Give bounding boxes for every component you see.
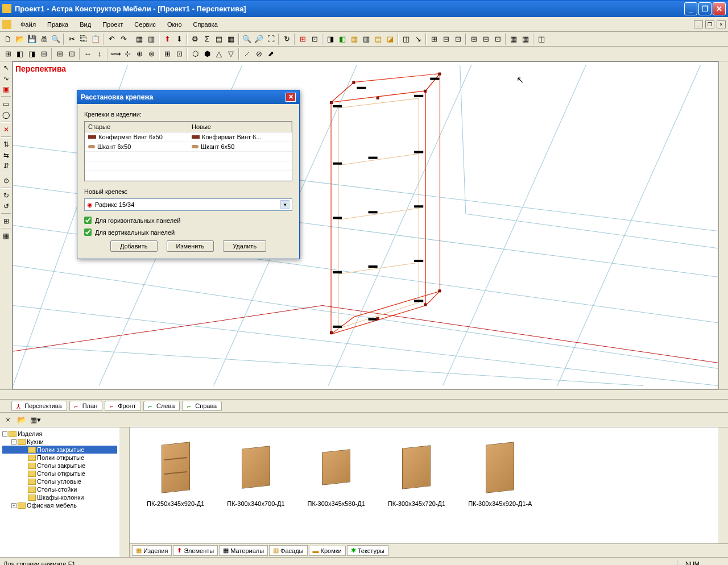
tool-icon[interactable]: ⊡	[492, 34, 503, 45]
tool-icon[interactable]: ⟿	[110, 48, 121, 60]
tool-icon[interactable]: ⊞	[162, 48, 173, 60]
close-button[interactable]: ✕	[713, 2, 726, 15]
tool-icon[interactable]: ⊞	[54, 48, 65, 60]
tool-icon[interactable]: ◫	[536, 34, 547, 45]
tool-icon[interactable]: ▦	[134, 34, 145, 45]
expand-icon[interactable]: +	[11, 503, 16, 508]
tab-front[interactable]: ⌐Фронт	[105, 401, 141, 411]
delete-button[interactable]: Удалить	[223, 240, 266, 252]
cat-tab-materials[interactable]: ▦Материалы	[219, 545, 268, 556]
tool-icon[interactable]: ⇆	[1, 150, 11, 160]
tool-icon[interactable]: ▦	[508, 34, 519, 45]
edit-button[interactable]: Изменить	[167, 240, 214, 252]
tool-icon[interactable]: ⊙	[1, 176, 11, 186]
tool-icon[interactable]: ◧	[14, 48, 26, 60]
new-icon[interactable]: 🗋	[2, 34, 14, 45]
menu-service[interactable]: Сервис	[129, 19, 162, 30]
chevron-down-icon[interactable]: ▾	[280, 200, 289, 209]
tool-icon[interactable]: ↔	[82, 48, 93, 60]
tool-icon[interactable]: ◪	[384, 34, 396, 45]
mdi-restore[interactable]: ❐	[705, 20, 714, 28]
cat-tab-edges[interactable]: ▬Кромки	[309, 546, 346, 556]
tool-icon[interactable]: ⊘	[253, 48, 264, 60]
tool-icon[interactable]: ⊡	[309, 34, 320, 45]
tool-icon[interactable]: ↘	[412, 34, 424, 45]
table-row[interactable]: Шкант 6x50 Шкант 6x50	[85, 142, 292, 152]
menu-edit[interactable]: Правка	[42, 19, 74, 30]
mdi-close[interactable]: ×	[717, 20, 726, 28]
zoom-in-icon[interactable]: 🔍	[241, 34, 253, 45]
pointer-icon[interactable]: ↖	[1, 63, 11, 73]
tool-icon[interactable]: ⬡	[189, 48, 201, 60]
tool-icon[interactable]: ⊟	[480, 34, 491, 45]
tool-icon[interactable]: ▦	[520, 34, 531, 45]
tool-icon[interactable]: ⬆	[162, 34, 173, 45]
menu-project[interactable]: Проект	[97, 19, 129, 30]
tree-item[interactable]: Столы закрытые	[2, 462, 117, 470]
tool-icon[interactable]: ▤	[373, 34, 384, 45]
tool-icon[interactable]: ⬢	[201, 48, 213, 60]
tool-icon[interactable]: ⊞	[2, 48, 14, 60]
tool-icon[interactable]: ✕	[1, 124, 11, 135]
add-button[interactable]: Добавить	[110, 240, 158, 252]
check-horizontal[interactable]: Для горизонтальных панелей	[84, 217, 292, 224]
tool-icon[interactable]: ↻	[281, 34, 292, 45]
open-folder-icon[interactable]: 📂	[16, 414, 27, 426]
preview-icon[interactable]: 🔍	[50, 34, 61, 45]
maximize-button[interactable]: ❐	[698, 2, 712, 15]
tab-perspective[interactable]: ⅄Перспектива	[11, 401, 67, 411]
catalog-item[interactable]: ПК-300x345x920-Д1-А	[468, 439, 532, 532]
tree-item[interactable]: Полки открытые	[2, 454, 117, 462]
col-old[interactable]: Старые	[85, 122, 188, 132]
catalog-item[interactable]: ПК-300x345x720-Д1	[388, 439, 445, 532]
tree-item[interactable]: Столы-стойки	[2, 485, 117, 493]
tool-icon[interactable]: ▣	[1, 84, 11, 94]
tool-icon[interactable]: ⊡	[66, 48, 77, 60]
undo-icon[interactable]: ↶	[106, 34, 117, 45]
tool-icon[interactable]: ⚙	[189, 34, 201, 45]
collapse-icon[interactable]: −	[2, 431, 7, 437]
tree-view[interactable]: −Изделия −Кухни Полки закрытые Полки отк…	[0, 427, 119, 557]
tool-icon[interactable]: ⬇	[173, 34, 185, 45]
tree-item[interactable]: Шкафы-колонки	[2, 493, 117, 501]
tree-item[interactable]: Столы угловые	[2, 477, 117, 485]
tool-icon[interactable]: ⊟	[440, 34, 452, 45]
save-icon[interactable]: 💾	[26, 34, 38, 45]
tool-icon[interactable]: ↺	[1, 201, 11, 211]
tool-icon[interactable]: ⊗	[146, 48, 157, 60]
tab-plan[interactable]: ⌐План	[69, 401, 103, 411]
tool-icon[interactable]: ▦	[225, 34, 237, 45]
tool-icon[interactable]: ▦	[1, 231, 11, 241]
cat-tab-elements[interactable]: ⬆Элементы	[173, 545, 218, 556]
print-icon[interactable]: 🖶	[38, 34, 49, 45]
tool-icon[interactable]: ⊕	[134, 48, 145, 60]
tool-icon[interactable]: ⊡	[452, 34, 464, 45]
tool-icon[interactable]: ⊞	[428, 34, 440, 45]
scrollbar-vertical[interactable]	[718, 61, 728, 389]
col-new[interactable]: Новые	[188, 122, 292, 132]
tool-icon[interactable]: ⇵	[1, 161, 11, 171]
tool-icon[interactable]: ⊡	[173, 48, 185, 60]
collapse-icon[interactable]: −	[11, 439, 16, 444]
tab-right[interactable]: ⌐Справа	[182, 401, 222, 411]
tree-item-selected[interactable]: Полки закрытые	[2, 446, 117, 454]
tool-icon[interactable]: ▽	[225, 48, 237, 60]
tree-scrollbar[interactable]	[119, 427, 129, 557]
menu-help[interactable]: Справка	[188, 19, 224, 30]
cat-tab-products[interactable]: ▦Изделия	[132, 545, 172, 556]
tool-icon[interactable]: ⊞	[1, 216, 11, 226]
redo-icon[interactable]: ↷	[118, 34, 129, 45]
tool-icon[interactable]: ∿	[1, 73, 11, 84]
tool-icon[interactable]: ⟋	[241, 48, 253, 60]
tool-icon[interactable]: △	[213, 48, 225, 60]
tool-icon[interactable]: ◯	[1, 110, 11, 120]
tool-icon[interactable]: ↕	[94, 48, 105, 60]
tree-item[interactable]: Столы открытые	[2, 470, 117, 477]
view-mode-icon[interactable]: ▦▾	[30, 414, 41, 426]
cut-icon[interactable]: ✂	[66, 34, 77, 45]
tool-icon[interactable]: ▤	[213, 34, 225, 45]
tool-icon[interactable]: ⊟	[38, 48, 49, 60]
tool-icon[interactable]: ◧	[337, 34, 348, 45]
tool-icon[interactable]: ◨	[325, 34, 336, 45]
catalog-item[interactable]: ПК-300x340x700-Д1	[227, 439, 284, 532]
